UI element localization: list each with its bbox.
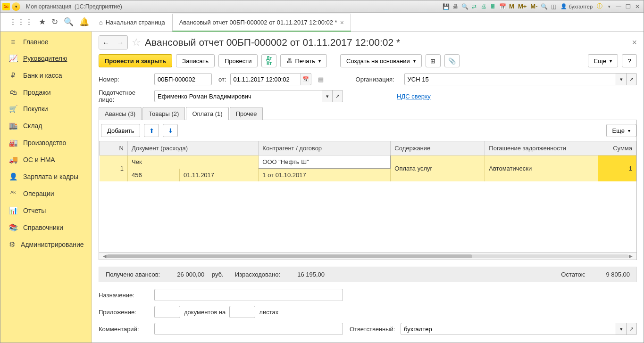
sidebar-item-main[interactable]: ≡Главное: [0, 33, 92, 50]
number-input[interactable]: [154, 73, 212, 85]
table-row[interactable]: 1 Чек ООО "Нефть Ш" Оплата услуг Автомат…: [100, 155, 636, 169]
subtab-advances[interactable]: Авансы (3): [99, 107, 142, 120]
m-plus-button[interactable]: M+: [517, 3, 528, 10]
tab-close-icon[interactable]: ×: [340, 19, 344, 26]
sidebar-item-reports[interactable]: 📊Отчеты: [0, 202, 92, 219]
cell-doc-type[interactable]: Чек: [128, 155, 259, 169]
cell-counterparty[interactable]: ООО "Нефть Ш": [259, 155, 391, 169]
responsible-dropdown-button[interactable]: ▾: [616, 323, 627, 335]
purpose-input[interactable]: [154, 289, 343, 301]
org-open-button[interactable]: ↗: [627, 73, 637, 85]
sidebar-item-sales[interactable]: 🛍Продажи: [0, 84, 92, 100]
attach-sheets-input[interactable]: [229, 306, 255, 318]
sidebar-item-warehouse[interactable]: 🏬Склад: [0, 117, 92, 134]
col-content[interactable]: Содержание: [391, 141, 485, 155]
sidebar-item-operations[interactable]: ᴬᵏОперации: [0, 185, 92, 202]
cell-doc-num[interactable]: 456: [128, 169, 180, 182]
scroll-left-icon[interactable]: ◀: [103, 253, 107, 259]
toolbar: ⋮⋮⋮ ★ ↻ 🔍 🔔 ⌂ Начальная страница Авансов…: [0, 13, 644, 32]
nds-link[interactable]: НДС сверху: [397, 93, 431, 100]
sidebar-item-hr[interactable]: 👤Зарплата и кадры: [0, 168, 92, 185]
col-n[interactable]: N: [100, 141, 128, 155]
history-icon[interactable]: ↻: [51, 17, 58, 27]
person-open-button[interactable]: ↗: [333, 90, 343, 102]
scroll-right-icon[interactable]: ▶: [629, 253, 633, 259]
zoom-icon[interactable]: 🔍: [540, 2, 548, 11]
subtab-other[interactable]: Прочее: [230, 107, 263, 120]
scrollbar-thumb[interactable]: [107, 254, 472, 258]
info-dropdown-icon[interactable]: ▾: [605, 2, 613, 11]
structure-button[interactable]: ⊞: [426, 54, 441, 67]
apps-icon[interactable]: ⋮⋮⋮: [9, 17, 33, 27]
attach-button[interactable]: 📎: [444, 54, 460, 67]
calendar-icon[interactable]: 📅: [498, 2, 507, 11]
date-picker-button[interactable]: 📅: [301, 73, 311, 85]
sidebar-item-purchases[interactable]: 🛒Покупки: [0, 100, 92, 117]
subtab-payment[interactable]: Оплата (1): [186, 107, 228, 120]
calc-icon[interactable]: 🖩: [489, 2, 497, 11]
info-icon[interactable]: ⓘ: [595, 2, 604, 11]
nav-back-button[interactable]: ←: [99, 36, 113, 49]
search-icon[interactable]: 🔍: [64, 17, 74, 27]
print-icon[interactable]: 🖶: [451, 2, 460, 11]
compare-icon[interactable]: ⇄: [470, 2, 478, 11]
move-up-button[interactable]: ⬆: [144, 124, 159, 137]
notifications-icon[interactable]: 🔔: [79, 17, 89, 27]
help-button[interactable]: ?: [622, 54, 637, 67]
dt-kt-button[interactable]: ДтКт: [261, 54, 276, 67]
person-input[interactable]: [154, 90, 322, 102]
tab-home[interactable]: ⌂ Начальная страница: [92, 13, 172, 31]
nav-forward-button[interactable]: →: [113, 36, 127, 49]
favorite-star-icon[interactable]: ☆: [132, 36, 141, 49]
sidebar-item-refs[interactable]: 📚Справочники: [0, 219, 92, 236]
sidebar-item-manager[interactable]: 📈Руководителю: [0, 50, 92, 67]
cell-doc-date[interactable]: 01.11.2017: [180, 169, 259, 182]
add-row-button[interactable]: Добавить: [101, 124, 140, 137]
print-button[interactable]: 🖶Печать: [280, 54, 327, 67]
more-button[interactable]: Еще: [588, 54, 618, 67]
minimize-icon[interactable]: —: [614, 2, 623, 11]
col-counterparty[interactable]: Контрагент / договор: [259, 141, 391, 155]
print2-icon[interactable]: 🖨: [479, 2, 488, 11]
org-dropdown-button[interactable]: ▾: [616, 73, 627, 85]
col-sum[interactable]: Сумма: [598, 141, 636, 155]
create-based-button[interactable]: Создать на основании: [340, 54, 422, 67]
org-input[interactable]: [404, 73, 616, 85]
responsible-input[interactable]: [401, 323, 616, 335]
sidebar-item-admin[interactable]: ⚙Администрирование: [0, 236, 92, 253]
preview-icon[interactable]: 🔍: [460, 2, 469, 11]
horizontal-scrollbar[interactable]: ◀ ▶: [99, 252, 636, 260]
close-document-icon[interactable]: ×: [632, 38, 637, 48]
person-dropdown-button[interactable]: ▾: [322, 90, 333, 102]
date-input[interactable]: [230, 73, 301, 85]
move-down-button[interactable]: ⬇: [163, 124, 178, 137]
cell-content[interactable]: Оплата услуг: [391, 155, 485, 182]
user-menu[interactable]: 👤 бухгалтер: [559, 3, 594, 9]
cell-repayment[interactable]: Автоматически: [485, 155, 598, 182]
responsible-open-button[interactable]: ↗: [627, 323, 637, 335]
maximize-icon[interactable]: ❐: [624, 2, 632, 11]
write-button[interactable]: Записать: [176, 54, 215, 67]
col-repayment[interactable]: Погашение задолженности: [485, 141, 598, 155]
m-button[interactable]: M: [508, 3, 516, 10]
m-minus-button[interactable]: M-: [529, 3, 539, 10]
post-button[interactable]: Провести: [218, 54, 258, 67]
tab-document[interactable]: Авансовый отчет 00БП-000002 от 01.11.201…: [172, 14, 351, 32]
col-doc[interactable]: Документ (расхода): [128, 141, 259, 155]
cell-sum[interactable]: 1: [598, 155, 636, 182]
table-more-button[interactable]: Еще: [606, 124, 636, 137]
sidebar-item-assets[interactable]: 🚚ОС и НМА: [0, 151, 92, 168]
subtab-goods[interactable]: Товары (2): [142, 107, 185, 120]
sidebar-item-bank[interactable]: ₽Банк и касса: [0, 67, 92, 84]
titlebar-org: Моя организация (1С:Предприятие): [26, 3, 122, 10]
close-window-icon[interactable]: ✕: [633, 2, 642, 11]
save-icon[interactable]: 💾: [442, 2, 450, 11]
favorites-icon[interactable]: ★: [39, 17, 46, 27]
cell-contract[interactable]: 1 от 01.10.2017: [259, 169, 391, 182]
comment-input[interactable]: [154, 323, 343, 335]
app-menu-dropdown[interactable]: ▾: [12, 2, 20, 11]
panels-icon[interactable]: ◫: [549, 2, 558, 11]
attach-docs-input[interactable]: [154, 306, 180, 318]
post-and-close-button[interactable]: Провести и закрыть: [99, 54, 172, 67]
sidebar-item-production[interactable]: 🏭Производство: [0, 134, 92, 151]
